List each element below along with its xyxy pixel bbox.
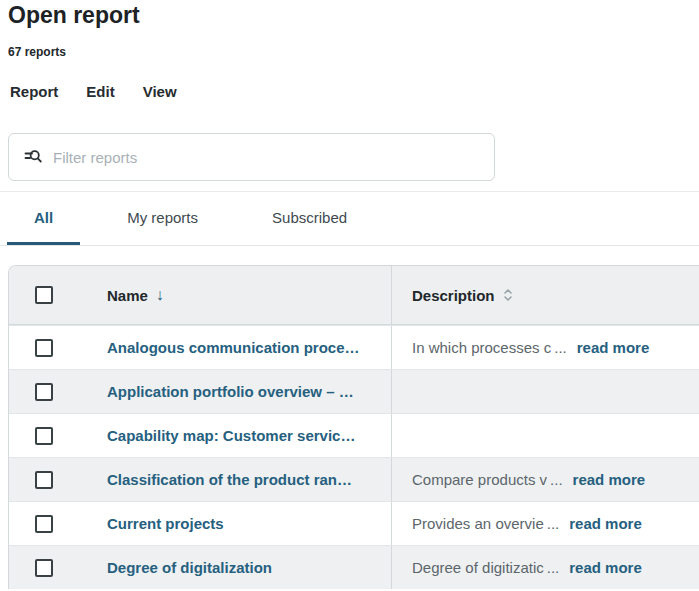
report-description: Provides an overvie [412, 515, 544, 532]
tab-my-reports[interactable]: My reports [100, 192, 225, 245]
table-row[interactable]: Analogous communication proce… In which … [9, 325, 699, 369]
description-ellipsis: ... [547, 515, 560, 532]
select-all-checkbox[interactable] [35, 286, 53, 304]
report-name-link[interactable]: Degree of digitalization [107, 559, 272, 576]
sort-descending-icon[interactable]: ↓ [156, 287, 164, 303]
description-column-header: Description [412, 287, 495, 304]
table-row[interactable]: Current projects Provides an overvie ...… [9, 501, 699, 545]
menubar: Report Edit View [10, 83, 699, 100]
report-name-link[interactable]: Current projects [107, 515, 224, 532]
read-more-link[interactable]: read more [569, 515, 642, 532]
table-row[interactable]: Classification of the product ran… Compa… [9, 457, 699, 501]
header-name-cell[interactable]: Name ↓ [91, 266, 391, 324]
table-row[interactable]: Capability map: Customer servic… [9, 413, 699, 457]
reports-table: Name ↓ Description Analogous communicati… [8, 265, 699, 589]
row-checkbox[interactable] [35, 383, 53, 401]
table-row[interactable]: Degree of digitalization Degree of digit… [9, 545, 699, 589]
read-more-link[interactable]: read more [573, 471, 646, 488]
menu-report[interactable]: Report [10, 83, 58, 100]
menu-view[interactable]: View [143, 83, 177, 100]
read-more-link[interactable]: read more [569, 559, 642, 576]
read-more-link[interactable]: read more [577, 339, 650, 356]
tab-my-reports-label: My reports [127, 209, 198, 226]
row-checkbox[interactable] [35, 427, 53, 445]
tab-all-label: All [34, 209, 53, 226]
tab-subscribed-label: Subscribed [272, 209, 347, 226]
row-checkbox[interactable] [35, 559, 53, 577]
tab-subscribed[interactable]: Subscribed [245, 192, 374, 245]
open-report-page: { "page": { "title": "Open report", "rep… [0, 0, 699, 591]
sort-toggle-icon[interactable] [503, 287, 513, 303]
menu-edit[interactable]: Edit [86, 83, 114, 100]
report-name-link[interactable]: Analogous communication proce… [107, 339, 360, 356]
row-checkbox[interactable] [35, 515, 53, 533]
report-description: In which processes c [412, 339, 551, 356]
filter-reports-input[interactable] [43, 149, 494, 166]
tab-bar: All My reports Subscribed [0, 191, 699, 246]
report-name-link[interactable]: Application portfolio overview – … [107, 383, 354, 400]
name-column-header: Name [107, 287, 148, 304]
tab-all[interactable]: All [7, 192, 80, 245]
report-description: Compare products v [412, 471, 547, 488]
row-checkbox[interactable] [35, 471, 53, 489]
report-description: Degree of digitizatic [412, 559, 544, 576]
header-description-cell[interactable]: Description [391, 266, 699, 324]
description-ellipsis: ... [550, 471, 563, 488]
header-checkbox-cell [9, 266, 91, 324]
description-ellipsis: ... [554, 339, 567, 356]
report-name-link[interactable]: Capability map: Customer servic… [107, 427, 355, 444]
row-checkbox[interactable] [35, 339, 53, 357]
report-name-link[interactable]: Classification of the product ran… [107, 471, 352, 488]
report-count: 67 reports [8, 45, 699, 59]
page-title: Open report [8, 2, 699, 28]
filter-box [8, 133, 495, 181]
description-ellipsis: ... [547, 559, 560, 576]
table-row[interactable]: Application portfolio overview – … [9, 369, 699, 413]
filter-search-icon [23, 147, 43, 167]
table-header-row: Name ↓ Description [9, 266, 699, 325]
